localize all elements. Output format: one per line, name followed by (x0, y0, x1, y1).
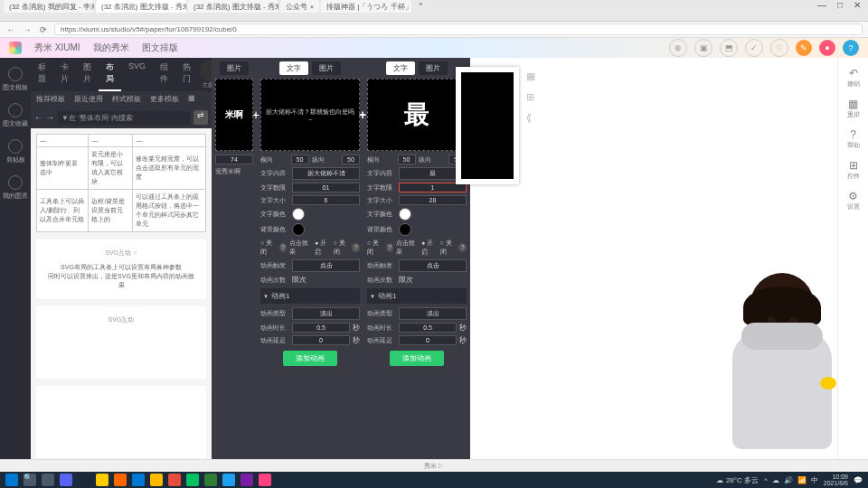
browser-tab[interactable]: (32 条消息) 图文排版 - 秀米 XIU× (96, 0, 186, 13)
duration-input[interactable]: 0.5 (292, 323, 350, 333)
search-icon[interactable]: 🔍 (24, 474, 36, 486)
header-action-icon[interactable]: ✓ (745, 39, 763, 57)
nav-left[interactable]: ← (34, 113, 42, 122)
clock[interactable]: 10:092021/8/6 (824, 474, 848, 486)
app-icon[interactable] (78, 474, 90, 486)
header-badge[interactable]: ✎ (796, 40, 812, 56)
slide-preview[interactable]: +据大佬称不清？那就愉也白是吗~+ (260, 79, 360, 151)
toggle-close[interactable]: ○ 关闭 (367, 239, 383, 257)
header-badge[interactable]: ● (819, 40, 835, 56)
subtab[interactable]: 最近使用 (74, 94, 103, 104)
app-icon[interactable] (259, 474, 271, 486)
tab-image[interactable]: 图片 (220, 61, 249, 75)
tray-icon[interactable]: 📶 (797, 476, 807, 484)
width-input[interactable]: 74 (215, 155, 253, 164)
app-icon[interactable] (60, 474, 72, 486)
notifications-icon[interactable]: 💬 (854, 476, 863, 484)
url-input[interactable]: https://xiumi.us/studio/v5#/paper/for/10… (54, 23, 863, 35)
anim-type-select[interactable]: 淡出 (292, 307, 360, 320)
browser-tab[interactable]: (32 条消息) 我的回复 - 李来 XIU× (4, 0, 94, 13)
limit-input[interactable]: 01 (292, 183, 360, 192)
leftbar-item[interactable]: 我的图库 (1, 170, 30, 206)
grid-icon[interactable]: ▦ (188, 94, 195, 104)
panel-tab[interactable]: 标题 (31, 58, 53, 91)
tray-icon[interactable]: ☁ (772, 476, 779, 484)
app-icon[interactable] (204, 474, 217, 486)
forward-button[interactable]: → (22, 25, 33, 34)
panel-tab[interactable]: 热门 (175, 58, 198, 91)
header-action-icon[interactable]: ♡ (770, 39, 788, 57)
color-swatch[interactable] (292, 208, 305, 221)
task-view-icon[interactable] (42, 474, 54, 486)
add-icon[interactable]: + (359, 108, 366, 122)
header-badge[interactable]: ? (843, 40, 859, 56)
app-icon[interactable] (96, 474, 108, 486)
panel-tab[interactable]: SVG (121, 58, 153, 91)
subtab[interactable]: 推荐模板 (36, 94, 65, 104)
app-icon[interactable] (114, 474, 127, 486)
reload-button[interactable]: ⟳ (38, 25, 49, 34)
app-icon[interactable] (132, 474, 145, 486)
layout-table[interactable]: ——— 整体制作更要 选中要元推是小有限，可以填入其它模块修改某元格宽度，可以点… (36, 134, 206, 232)
header-action-icon[interactable]: ▣ (694, 39, 712, 57)
tab-image[interactable]: 图片 (419, 61, 448, 75)
tray-icon[interactable]: 中 (811, 475, 818, 485)
panel-tab[interactable]: 组件 (153, 58, 175, 91)
slide-preview[interactable]: +最+ (367, 79, 467, 151)
add-animation-button[interactable]: 添加动画 (390, 351, 444, 366)
tab-image[interactable]: 图片 (312, 61, 341, 75)
trigger-select[interactable]: 点击 (399, 259, 467, 272)
close-button[interactable]: ✕ (854, 0, 861, 13)
help-icon[interactable]: ? (386, 243, 394, 252)
grid-icon[interactable]: ▦ (526, 70, 535, 82)
weather-widget[interactable]: ☁28°C 多云 (716, 475, 759, 485)
app-icon[interactable] (186, 474, 199, 486)
bg-swatch[interactable] (292, 223, 305, 236)
anim-type-select[interactable]: 淡出 (399, 307, 467, 320)
new-tab-button[interactable]: + (413, 0, 429, 13)
text-input[interactable]: 据大佬称不清 (292, 167, 360, 180)
rtool-item[interactable]: ⊞控件 (847, 159, 860, 181)
browser-tab[interactable]: 公众号× (280, 0, 319, 13)
section-header[interactable]: 动画1 (367, 288, 467, 304)
tray-icon[interactable]: ^ (764, 476, 768, 484)
add-animation-button[interactable]: 添加动画 (283, 351, 337, 366)
subtab[interactable]: 样式模板 (112, 94, 141, 104)
layout-icon[interactable]: ⊞ (526, 91, 535, 103)
tab-text[interactable]: 文字 (279, 61, 308, 75)
browser-tab[interactable]: (32 条消息) 图文排版 - 秀米 XIU× (188, 0, 278, 13)
h-input[interactable]: 50 (398, 155, 416, 164)
svg-card[interactable]: SVG互动 ○ SVG布局的工具条上可以设置布局各种参数 同时可以设置推出，这是… (36, 239, 206, 299)
maximize-button[interactable]: □ (837, 0, 843, 13)
add-icon[interactable]: + (252, 108, 259, 122)
back-button[interactable]: ← (5, 25, 16, 34)
toggle-on[interactable]: ● 开启 (315, 239, 331, 257)
size-input[interactable]: 28 (399, 195, 467, 205)
nav-link[interactable]: 我的秀米 (93, 42, 129, 54)
header-action-icon[interactable]: ⊕ (669, 39, 687, 57)
tray-icon[interactable]: 🔊 (784, 476, 793, 484)
svg-card[interactable] (36, 386, 206, 458)
help-icon[interactable]: ? (279, 243, 288, 252)
section-header[interactable]: 动画1 (260, 288, 360, 304)
toggle-close[interactable]: ○ 关闭 (260, 239, 277, 257)
subtab[interactable]: 更多模板 (150, 94, 179, 104)
app-icon[interactable] (222, 474, 235, 486)
app-icon[interactable] (168, 474, 181, 486)
minimize-button[interactable]: — (817, 0, 826, 13)
browser-tab[interactable]: 排版神器 |「うつろ 千杯」-o× (321, 0, 411, 13)
rtool-item[interactable]: ↶撤销 (847, 67, 860, 89)
duration-input[interactable]: 0.5 (399, 323, 457, 333)
panel-tab[interactable]: 图片 (76, 58, 99, 91)
svg-card[interactable]: SVG互动 (36, 306, 206, 379)
rtool-item[interactable]: ?帮助 (847, 128, 860, 150)
chart-icon[interactable]: ⟪ (526, 112, 535, 124)
leftbar-item[interactable]: 图文收藏 (1, 98, 30, 134)
rtool-item[interactable]: ⚙设置 (847, 190, 860, 211)
toggle-off[interactable]: ○ 关闭 (334, 239, 350, 257)
color-swatch[interactable] (399, 208, 411, 221)
slide-preview[interactable]: 米啊+ (215, 79, 253, 151)
help-icon[interactable]: ? (458, 243, 467, 252)
delay-input[interactable]: 0 (292, 335, 350, 345)
close-icon[interactable]: × (310, 4, 314, 10)
